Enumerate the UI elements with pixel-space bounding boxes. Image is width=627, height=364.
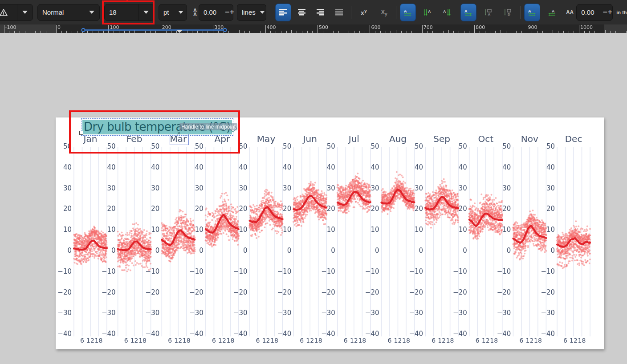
x-tick-label[interactable]: 6 xyxy=(476,337,480,344)
y-tick-label[interactable]: 10 xyxy=(269,226,291,234)
y-tick-label[interactable]: −20 xyxy=(489,288,511,296)
y-tick-label[interactable]: 50 xyxy=(401,142,423,150)
y-tick-label[interactable]: −20 xyxy=(225,288,248,296)
y-tick-label[interactable]: 0 xyxy=(49,247,72,255)
y-tick-label[interactable]: −40 xyxy=(49,330,72,338)
x-tick-label[interactable]: 12 xyxy=(262,337,270,344)
y-tick-label[interactable]: 30 xyxy=(489,184,511,192)
y-tick-label[interactable]: −30 xyxy=(269,309,291,317)
y-tick-label[interactable]: −20 xyxy=(137,288,159,296)
y-tick-label[interactable]: 30 xyxy=(313,184,335,192)
letter-spacing-spinner[interactable]: 0.00 − + xyxy=(576,4,613,21)
y-tick-label[interactable]: −40 xyxy=(269,330,291,338)
y-tick-label[interactable]: 20 xyxy=(94,205,116,213)
y-tick-label[interactable]: 10 xyxy=(49,226,72,234)
y-tick-label[interactable]: 10 xyxy=(313,226,335,234)
x-tick-label[interactable]: 6 xyxy=(212,337,216,344)
y-tick-label[interactable]: 50 xyxy=(225,142,248,150)
y-tick-label[interactable]: −10 xyxy=(489,267,511,275)
align-right-button[interactable] xyxy=(313,4,329,21)
y-tick-label[interactable]: 50 xyxy=(533,142,555,150)
align-justify-button[interactable] xyxy=(331,4,347,21)
y-tick-label[interactable]: 40 xyxy=(401,163,423,171)
y-tick-label[interactable]: 20 xyxy=(225,205,248,213)
y-tick-label[interactable]: 40 xyxy=(225,163,248,171)
x-tick-label[interactable]: 6 xyxy=(432,337,436,344)
writing-mode-vertical-lr-button[interactable]: A xyxy=(419,4,436,21)
y-tick-label[interactable]: 40 xyxy=(489,163,511,171)
y-tick-label[interactable]: 20 xyxy=(181,205,204,213)
x-tick-label[interactable]: 18 xyxy=(446,337,454,344)
y-tick-label[interactable]: −10 xyxy=(533,267,555,275)
text-direction-rtl-button[interactable]: A xyxy=(544,4,560,21)
y-tick-label[interactable]: 20 xyxy=(533,205,555,213)
y-tick-label[interactable]: 40 xyxy=(445,163,467,171)
x-tick-label[interactable]: 6 xyxy=(519,337,523,344)
text-direction-ltr-button[interactable]: A xyxy=(524,4,540,21)
y-tick-label[interactable]: −20 xyxy=(49,288,72,296)
x-tick-label[interactable]: 12 xyxy=(130,337,138,344)
font-family-dropdown-button[interactable] xyxy=(17,4,33,20)
y-tick-label[interactable]: 0 xyxy=(401,247,423,255)
x-tick-label[interactable]: 18 xyxy=(578,337,586,344)
y-tick-label[interactable]: −20 xyxy=(357,288,379,296)
x-tick-label[interactable]: 18 xyxy=(402,337,410,344)
y-tick-label[interactable]: 0 xyxy=(181,247,204,255)
y-tick-label[interactable]: −20 xyxy=(181,288,204,296)
y-tick-label[interactable]: −20 xyxy=(269,288,291,296)
text-orientation-upright-button[interactable]: A xyxy=(480,4,496,21)
y-tick-label[interactable]: 0 xyxy=(445,247,467,255)
y-tick-label[interactable]: −10 xyxy=(137,267,159,275)
y-tick-label[interactable]: 20 xyxy=(489,205,511,213)
font-size-dropdown-button[interactable] xyxy=(138,4,154,20)
font-size-select[interactable]: 18 xyxy=(104,4,154,21)
y-tick-label[interactable]: 10 xyxy=(445,226,467,234)
y-tick-label[interactable]: 30 xyxy=(401,184,423,192)
y-tick-label[interactable]: 0 xyxy=(489,247,511,255)
x-tick-label[interactable]: 6 xyxy=(168,337,172,344)
text-orientation-auto-button[interactable]: A xyxy=(460,4,476,21)
superscript-button[interactable]: xy xyxy=(355,4,373,21)
y-tick-label[interactable]: 50 xyxy=(445,142,467,150)
x-tick-label[interactable]: 18 xyxy=(490,337,498,344)
y-tick-label[interactable]: 10 xyxy=(94,226,116,234)
document-page[interactable]: Jan50403020100−10−20−30−4061218Feb504030… xyxy=(56,117,604,349)
y-tick-label[interactable]: −40 xyxy=(401,330,423,338)
y-tick-label[interactable]: 10 xyxy=(489,226,511,234)
y-tick-label[interactable]: −40 xyxy=(445,330,467,338)
y-tick-label[interactable]: −10 xyxy=(94,267,116,275)
y-tick-label[interactable]: −30 xyxy=(533,309,555,317)
x-tick-label[interactable]: 18 xyxy=(183,337,191,344)
x-tick-label[interactable]: 12 xyxy=(218,337,226,344)
y-tick-label[interactable]: −10 xyxy=(269,267,291,275)
x-tick-label[interactable]: 18 xyxy=(138,337,147,344)
align-center-button[interactable] xyxy=(294,4,310,21)
x-tick-label[interactable]: 6 xyxy=(563,337,567,344)
y-tick-label[interactable]: 10 xyxy=(137,226,159,234)
y-tick-label[interactable]: 0 xyxy=(225,247,248,255)
x-tick-label[interactable]: 12 xyxy=(174,337,182,344)
y-tick-label[interactable]: 0 xyxy=(137,247,159,255)
line-spacing-increase-button[interactable]: + xyxy=(229,4,234,20)
selected-title-group[interactable]: Dry bulb temperature (°C) × Handle to li… xyxy=(82,120,232,134)
y-tick-label[interactable]: 20 xyxy=(313,205,335,213)
y-tick-label[interactable]: −30 xyxy=(489,309,511,317)
y-tick-label[interactable]: 10 xyxy=(401,226,423,234)
y-tick-label[interactable]: −40 xyxy=(533,330,555,338)
y-tick-label[interactable]: −40 xyxy=(137,330,159,338)
y-tick-label[interactable]: −20 xyxy=(401,288,423,296)
font-size-unit-select[interactable]: pt xyxy=(159,4,187,21)
y-tick-label[interactable]: −40 xyxy=(357,330,379,338)
y-tick-label[interactable]: 20 xyxy=(49,205,72,213)
y-tick-label[interactable]: 50 xyxy=(313,142,335,150)
y-tick-label[interactable]: 20 xyxy=(445,205,467,213)
x-tick-label[interactable]: 18 xyxy=(270,337,278,344)
x-tick-label[interactable]: 12 xyxy=(86,337,94,344)
x-tick-label[interactable]: 18 xyxy=(534,337,542,344)
y-tick-label[interactable]: 30 xyxy=(94,184,116,192)
y-tick-label[interactable]: 50 xyxy=(357,142,379,150)
y-tick-label[interactable]: −30 xyxy=(401,309,423,317)
y-tick-label[interactable]: 30 xyxy=(181,184,204,192)
x-tick-label[interactable]: 12 xyxy=(350,337,358,344)
y-tick-label[interactable]: 30 xyxy=(269,184,291,192)
